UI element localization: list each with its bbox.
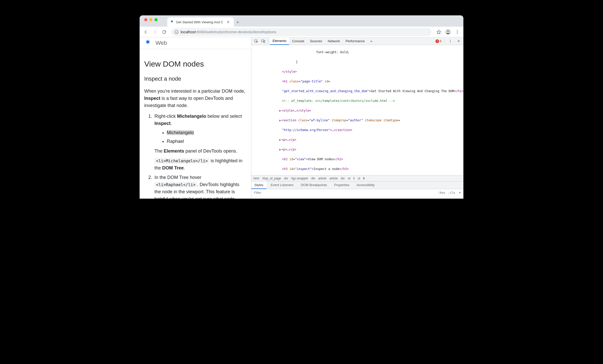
bookmark-button[interactable] [435,28,443,36]
forward-button[interactable] [151,28,159,36]
step-item: Right-click Michelangelo below and selec… [153,113,246,172]
tab-sources[interactable]: Sources [307,37,325,45]
tree-node[interactable]: ▶<p>…</p> [251,147,463,152]
crumb-item[interactable]: ul [358,177,360,180]
cls-toggle[interactable]: .cls [448,191,455,195]
tree-node[interactable]: ▶<p>…</p> [251,137,463,142]
error-count[interactable]: ✕6 [435,39,442,43]
tab-title: Get Started With Viewing And C [176,20,223,24]
crumb-item[interactable]: li [363,177,365,180]
svg-point-5 [457,30,458,31]
profile-button[interactable] [444,28,452,36]
favicon-icon [170,20,174,25]
browser-window: Get Started With Viewing And C ✕ ＋ local… [140,15,463,199]
crumb-item[interactable]: #gc-wrapper [291,177,308,180]
styles-toolbar: :hov .cls ＋ [251,189,463,196]
breadcrumb: html #top_of_page div #gc-wrapper div ar… [251,175,463,181]
tree-node[interactable]: "http://schema.org/Person">…</section> [251,128,463,133]
styles-filter-input[interactable] [253,190,319,196]
close-window-button[interactable] [144,18,147,21]
tab-properties[interactable]: Properties [331,181,352,189]
tab-network[interactable]: Network [325,37,343,45]
crumb-item[interactable]: #top_of_page [262,177,281,180]
crumb-item[interactable]: li [353,177,355,180]
tree-node[interactable]: <h2 id="view">View DOM nodes</h2> [251,157,463,162]
minimize-window-button[interactable] [149,18,152,21]
page-viewport: Web View DOM nodes Inspect a node When y… [140,37,251,199]
site-name: Web [155,40,167,46]
menu-button[interactable] [453,28,461,36]
svg-rect-10 [264,40,265,42]
expand-toggle-icon[interactable]: ▶ [279,108,282,113]
svg-point-12 [450,41,451,41]
devtools-close-button[interactable]: ✕ [455,38,462,45]
elements-tree[interactable]: font-weight: bold; } </style> <h1 class=… [251,45,463,175]
tree-node[interactable]: </style> [251,69,463,74]
svg-point-4 [447,30,449,32]
expand-toggle-icon[interactable]: ▶ [279,147,282,152]
devtools-panel: Elements Console Sources Network Perform… [251,37,463,199]
tab-more[interactable]: » [368,37,375,45]
svg-point-6 [457,31,458,32]
crumb-item[interactable]: div [341,177,345,180]
tab-performance[interactable]: Performance [343,37,367,45]
maximize-window-button[interactable] [154,18,158,21]
svg-point-7 [457,33,458,34]
crumb-item[interactable]: article [318,177,326,180]
step-item: In the DOM Tree hover <li>Raphael</li>. … [153,174,246,199]
crumb-item[interactable]: html [253,177,259,180]
window-controls [142,15,160,27]
svg-point-13 [450,42,451,42]
code-line: font-weight: bold; [251,50,463,55]
expand-toggle-icon[interactable]: ▶ [279,137,282,142]
site-info-icon[interactable] [174,30,179,34]
list-item[interactable]: Raphael [167,138,246,145]
inspect-element-button[interactable] [253,38,259,45]
tree-node[interactable]: ▶<section class="wf-byline" itemprop="au… [251,118,463,123]
crumb-item[interactable]: div [284,177,288,180]
url-text: localhost:8080/web/tools/chrome-devtools… [181,30,276,34]
styles-body [251,196,463,199]
browser-tab[interactable]: Get Started With Viewing And C ✕ [167,17,234,27]
styles-tabbar: Styles Event Listeners DOM Breakpoints P… [251,181,463,189]
tab-accessibility[interactable]: Accessibility [354,181,378,189]
page-body: View DOM nodes Inspect a node When you'r… [140,49,251,199]
heading-h2: View DOM nodes [144,58,246,70]
inline-code: <li>Michelangelo</li> [154,158,209,164]
intro-paragraph: When you're interested in a particular D… [144,88,246,109]
tab-dom-breakpoints[interactable]: DOM Breakpoints [298,181,330,189]
reload-button[interactable] [160,28,168,36]
content-area: Web View DOM nodes Inspect a node When y… [140,37,463,199]
tab-elements[interactable]: Elements [270,37,289,45]
new-style-rule-button[interactable]: ＋ [458,190,462,195]
tab-close-icon[interactable]: ✕ [225,19,231,25]
tab-event-listeners[interactable]: Event Listeners [267,181,297,189]
tab-styles[interactable]: Styles [251,181,266,189]
heading-h3: Inspect a node [144,74,246,83]
crumb-item[interactable]: ol [348,177,350,180]
svg-point-11 [450,40,451,40]
steps-list: Right-click Michelangelo below and selec… [144,113,246,199]
toolbar: localhost:8080/web/tools/chrome-devtools… [140,27,463,37]
address-bar[interactable]: localhost:8080/web/tools/chrome-devtools… [171,28,432,36]
tree-node[interactable]: <!-- wf_template: src/templates/contribu… [251,99,463,103]
hov-toggle[interactable]: :hov [438,191,445,195]
crumb-item[interactable]: article [329,177,338,180]
tree-node[interactable]: "get_started_with_viewing_and_changing_t… [251,89,463,94]
tree-node[interactable]: <h3 id="inspect">Inspect a node</h3> [251,167,463,172]
site-logo-icon [144,39,151,47]
list-item[interactable]: Michelangelo [167,129,246,136]
devtools-tabbar: Elements Console Sources Network Perform… [251,37,463,45]
tree-node[interactable]: <h1 class="page-title" id= [251,79,463,84]
device-toolbar-button[interactable] [260,38,267,45]
tree-node[interactable]: ▶<style>…</style> [251,108,463,113]
titlebar: Get Started With Viewing And C ✕ ＋ [140,15,463,27]
devtools-menu-button[interactable] [447,38,454,45]
crumb-item[interactable]: div [311,177,315,180]
inline-code: <li>Raphael</li> [154,182,197,187]
expand-toggle-icon[interactable]: ▶ [279,118,282,123]
code-line: } [251,60,463,65]
back-button[interactable] [142,28,150,36]
new-tab-button[interactable]: ＋ [234,17,242,27]
tab-console[interactable]: Console [289,37,307,45]
